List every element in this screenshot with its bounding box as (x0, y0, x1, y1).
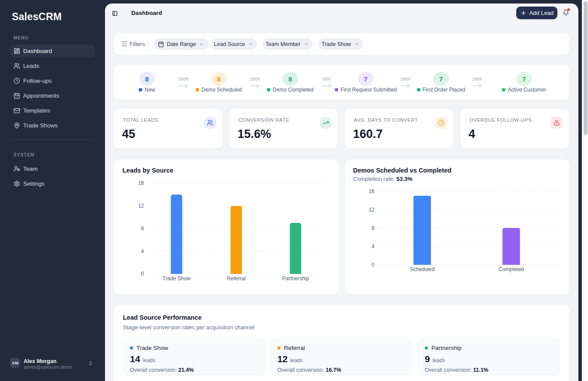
svg-text:8: 8 (371, 225, 374, 231)
svg-text:0: 0 (371, 262, 374, 268)
svg-text:Completed: Completed (498, 266, 524, 272)
svg-text:8: 8 (141, 226, 144, 232)
svg-text:Trade Show: Trade Show (162, 275, 191, 282)
svg-text:Referral: Referral (227, 275, 246, 282)
svg-text:16: 16 (138, 180, 144, 186)
svg-text:12: 12 (369, 207, 375, 213)
svg-text:4: 4 (141, 248, 144, 254)
svg-text:0: 0 (141, 271, 144, 277)
svg-text:Scheduled: Scheduled (410, 266, 435, 272)
svg-text:4: 4 (371, 243, 374, 250)
svg-text:12: 12 (138, 203, 144, 209)
svg-text:Partnership: Partnership (282, 275, 309, 282)
svg-text:16: 16 (369, 188, 375, 194)
